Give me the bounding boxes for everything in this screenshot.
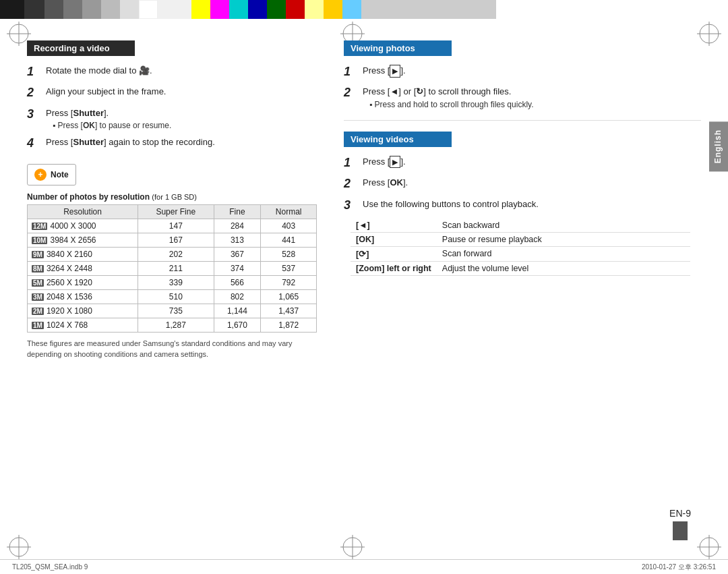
step-text-1: Rotate the mode dial to 🎥.	[46, 65, 152, 76]
cell-n: 792	[261, 275, 317, 289]
cell-f: 802	[214, 289, 261, 304]
control-desc: Adjust the volume level	[437, 262, 690, 276]
step-text-2: Align your subject in the frame.	[46, 86, 166, 96]
vp-step-num-1: 1	[344, 64, 359, 80]
note-box: + Note	[27, 164, 76, 185]
vv-step-3: 3 Use the following buttons to control p…	[344, 198, 701, 213]
table-subtitle: (for 1 GB SD)	[152, 193, 197, 201]
cell-res: 8M3264 X 2448	[28, 261, 138, 275]
note-icon: +	[34, 169, 47, 181]
step-num-3: 3	[27, 107, 42, 122]
control-key: [OK]	[351, 233, 437, 247]
step-num-4: 4	[27, 136, 42, 151]
viewing-videos-section: Viewing videos 1 Press [▶]. 2 Press [OK]…	[344, 132, 701, 276]
cell-res: 10M3984 X 2656	[28, 233, 138, 247]
table-row: 3M2048 X 1536 510 802 1,065	[28, 289, 317, 304]
footer-left: TL205_QSM_SEA.indb 9	[12, 563, 88, 571]
step-1: 1 Rotate the mode dial to 🎥.	[27, 64, 317, 80]
vv-step-text-1: Press [▶].	[363, 155, 406, 169]
cell-n: 403	[261, 219, 317, 233]
table-row: 1M1024 X 768 1,287 1,670 1,872	[28, 318, 317, 332]
cell-n: 1,437	[261, 304, 317, 318]
cell-res: 2M1920 X 1080	[28, 304, 138, 318]
table-row: 9M3840 X 2160 202 367 528	[28, 247, 317, 261]
viewing-videos-header: Viewing videos	[344, 132, 452, 147]
cell-res: 1M1024 X 768	[28, 318, 138, 332]
table-row: 12M4000 X 3000 147 284 403	[28, 219, 317, 233]
bottom-bar: TL205_QSM_SEA.indb 9 2010-01-27 오후 3:26:…	[0, 559, 728, 574]
control-row: [OK] Pause or resume playback	[351, 233, 690, 247]
vp-step-text-1: Press [▶].	[363, 64, 406, 78]
cell-sf: 167	[138, 233, 214, 247]
right-column: Viewing photos 1 Press [▶]. 2 Press [◄] …	[330, 34, 708, 555]
cell-f: 367	[214, 247, 261, 261]
vv-step-2: 2 Press [OK].	[344, 176, 701, 192]
cell-sf: 211	[138, 261, 214, 275]
control-row: [Zoom] left or right Adjust the volume l…	[351, 262, 690, 276]
step-num-2: 2	[27, 85, 42, 101]
step-num-1: 1	[27, 64, 42, 80]
cell-res: 5M2560 X 1920	[28, 275, 138, 289]
cell-f: 566	[214, 275, 261, 289]
vv-step-text-3: Use the following buttons to control pla…	[363, 198, 539, 211]
table-row: 5M2560 X 1920 339 566 792	[28, 275, 317, 289]
english-tab: English	[709, 121, 728, 171]
recording-header: Recording a video	[27, 40, 135, 56]
cell-res: 12M4000 X 3000	[28, 219, 138, 233]
vp-step-text-2: Press [◄] or [↻] to scroll through files…	[363, 86, 511, 96]
vv-step-num-2: 2	[344, 176, 359, 192]
step-3: 3 Press [Shutter]. Press [OK] to pause o…	[27, 107, 317, 131]
control-row: [◄] Scan backward	[351, 219, 690, 233]
cell-n: 1,872	[261, 318, 317, 332]
table-title: Number of photos by resolution (for 1 GB…	[27, 192, 317, 202]
footnote: These figures are measured under Samsung…	[27, 338, 317, 360]
step-sub-3: Press [OK] to pause or resume.	[53, 121, 171, 130]
cell-res: 3M2048 X 1536	[28, 289, 138, 304]
control-key: [◄]	[351, 219, 437, 233]
cell-sf: 202	[138, 247, 214, 261]
step-4: 4 Press [Shutter] again to stop the reco…	[27, 136, 317, 151]
cell-n: 537	[261, 261, 317, 275]
vp-step-2: 2 Press [◄] or [↻] to scroll through fil…	[344, 85, 701, 109]
cell-sf: 510	[138, 289, 214, 304]
col-superfine: Super Fine	[138, 204, 214, 219]
cell-sf: 147	[138, 219, 214, 233]
cell-sf: 1,287	[138, 318, 214, 332]
page-number-area: EN-9	[669, 508, 691, 540]
page-number: EN-9	[669, 508, 691, 519]
cell-res: 9M3840 X 2160	[28, 247, 138, 261]
col-fine: Fine	[214, 204, 261, 219]
cell-f: 1,670	[214, 318, 261, 332]
cell-sf: 339	[138, 275, 214, 289]
step-text-3: Press [Shutter].	[46, 108, 109, 118]
cell-n: 528	[261, 247, 317, 261]
cell-f: 284	[214, 219, 261, 233]
cell-f: 374	[214, 261, 261, 275]
control-desc: Scan backward	[437, 219, 690, 233]
color-bar	[0, 0, 728, 19]
vp-step-num-2: 2	[344, 85, 359, 101]
cell-sf: 735	[138, 304, 214, 318]
viewing-photos-section: Viewing photos 1 Press [▶]. 2 Press [◄] …	[344, 40, 701, 109]
vv-step-1: 1 Press [▶].	[344, 155, 701, 171]
control-key: [⟳]	[351, 247, 437, 262]
control-row: [⟳] Scan forward	[351, 247, 690, 262]
step-text-4: Press [Shutter] again to stop the record…	[46, 137, 215, 147]
vv-step-num-3: 3	[344, 198, 359, 213]
vp-step-sub-2: Press and hold to scroll through files q…	[369, 100, 534, 109]
table-row: 10M3984 X 2656 167 313 441	[28, 233, 317, 247]
cell-f: 1,144	[214, 304, 261, 318]
control-desc: Pause or resume playback	[437, 233, 690, 247]
note-label: Note	[51, 170, 69, 179]
cell-n: 1,065	[261, 289, 317, 304]
table-row: 8M3264 X 2448 211 374 537	[28, 261, 317, 275]
vp-step-1: 1 Press [▶].	[344, 64, 701, 80]
controls-table: [◄] Scan backward [OK] Pause or resume p…	[351, 219, 690, 276]
section-divider	[344, 120, 701, 121]
control-desc: Scan forward	[437, 247, 690, 262]
resolution-table: Resolution Super Fine Fine Normal 12M400…	[27, 204, 317, 333]
step-2: 2 Align your subject in the frame.	[27, 85, 317, 101]
left-column: Recording a video 1 Rotate the mode dial…	[20, 34, 330, 555]
col-normal: Normal	[261, 204, 317, 219]
viewing-photos-header: Viewing photos	[344, 40, 452, 56]
